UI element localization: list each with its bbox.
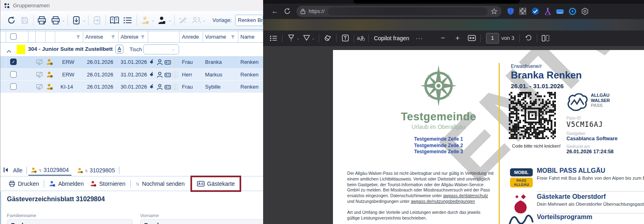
first-page-icon[interactable] [4,167,8,174]
drucken-button[interactable]: Drucken [5,181,42,187]
browser-tabstrip [263,0,644,4]
export-download-button[interactable] [69,14,83,26]
tulip-icon [512,193,529,214]
guest-type: ERW [62,72,74,78]
nutzungsbedingungen-link[interactable]: awpass.de/nutzungsbedingungen [411,199,475,204]
vorteilsprogramm-section: Vorteilsprogramm [537,213,592,221]
tab-31029804[interactable]: ↑↓ 31029804 [28,165,71,176]
magic-wand-button[interactable] [176,14,190,26]
refresh-button[interactable] [4,14,18,26]
nochmal-senden-button[interactable]: ↑↓ Nochmal senden [132,181,188,187]
pdf-viewport[interactable]: ENTWURF Testgemeind [263,46,644,224]
export-dropdown-chevron[interactable]: ⌄ [82,18,86,22]
text-tool-icon[interactable] [339,33,351,43]
person-outline-icon[interactable] [157,72,163,79]
stornieren-button[interactable]: Stornieren [87,181,129,187]
flask-extension-icon[interactable] [545,8,551,15]
familienname-input[interactable]: Renken [7,219,133,224]
copilot-fragen-button[interactable]: Copilot fragen [374,35,409,41]
check-extension-icon[interactable] [532,7,539,15]
tab-alle[interactable]: Alle [11,165,25,176]
table-row[interactable]: KI-14 26.01.2026 30.01.2026 ☛ Frau Sybil… [0,80,264,93]
id-card-icon[interactable] [164,60,171,66]
gaestekarte-button[interactable]: Gästekarte [197,181,235,187]
zoom-out-button[interactable]: − [438,34,448,42]
column-header-name[interactable]: Name [240,34,255,40]
hand-pointer-icon[interactable]: ☛ [148,57,156,65]
awp-logo: ALLGÄU WALSER PASS [566,93,610,112]
filter-icon[interactable] [76,35,80,41]
back-button[interactable]: ← [269,6,281,17]
settings-nut-icon[interactable] [581,8,588,15]
book-button[interactable] [108,14,121,26]
collapse-chevron-icon[interactable] [6,48,11,54]
pixel-extension-icon[interactable] [519,8,526,15]
pen-tool-icon[interactable] [285,33,297,43]
toc-icon[interactable] [268,33,279,43]
person-outline-icon[interactable] [157,84,163,91]
column-header-abreise[interactable]: Abreise [121,34,138,40]
scan-disabled-icon [172,72,178,79]
column-header-anreise[interactable]: Anreise [85,34,103,40]
row-checkbox[interactable] [10,71,17,78]
rotate-icon[interactable] [523,33,534,43]
reload-button[interactable] [281,6,293,17]
guest-person-chevron[interactable]: ⌄ [151,18,154,22]
tab-31029805[interactable]: ↑↓ 31029805 [75,165,117,176]
page-view-icon[interactable] [540,33,551,43]
group-people-chevron[interactable]: ⌄ [203,18,206,22]
id-card-icon[interactable] [164,72,171,78]
eraser-icon[interactable] [322,33,333,43]
person-outline-icon[interactable] [157,59,163,67]
page-number-input[interactable]: 1 [486,33,499,43]
more-options-button[interactable]: ··· [416,35,423,41]
shield-extension-icon[interactable] [507,7,514,15]
send-document-button[interactable] [90,14,104,26]
table-row[interactable]: ERW 26.01.2026 31.01.2026 ☛ Herr Markus … [0,68,264,80]
highlighter-icon[interactable] [301,33,312,43]
list-button[interactable] [121,14,135,26]
filter-icon[interactable] [231,35,235,41]
table-row[interactable]: ✓ ERW 26.01.2026 31.01.2026 ☛ Frau Brank… [0,56,264,68]
column-header-vorname[interactable]: Vorname [205,34,226,40]
print-button[interactable] [49,14,63,26]
address-bar[interactable]: https:// [296,6,501,17]
row-checkbox[interactable] [10,83,17,90]
fit-width-icon[interactable] [466,33,478,43]
read-aloud-icon[interactable]: aあ [357,35,365,42]
panel-extension-icon[interactable] [556,9,564,14]
abmelden-button[interactable]: Abmelden [46,181,87,187]
row-checkbox[interactable]: ✓ [10,59,17,65]
hand-pointer-icon[interactable]: ☛ [148,70,156,78]
gastgeber-label: Gastgeber [566,131,618,136]
save-button[interactable] [18,14,32,26]
filter-icon[interactable] [111,35,115,41]
group-people-button[interactable] [190,14,203,26]
print-check-button[interactable] [35,14,49,26]
auto-letter-icon[interactable] [115,45,123,54]
hand-pointer-icon[interactable]: ☛ [148,82,156,90]
guest-person-button[interactable] [156,14,169,26]
screen: Gruppennamen ⌄ ⌄ [0,0,644,224]
room-group-row[interactable]: 304 - Junior Suite mit Zustellbett Tisch… [0,43,264,56]
pen-dropdown-chevron[interactable]: ⌄ [296,36,300,40]
select-all-checkbox[interactable] [10,33,17,40]
guest-person2-chevron[interactable]: ⌄ [168,18,171,22]
pass-dates: 26.01. - 31.01.2026 [511,83,582,89]
guest-person-disabled-button[interactable] [138,14,152,26]
bookmarks-bar-blurred[interactable] [263,19,644,30]
id-card-icon[interactable] [164,85,171,91]
vorlage-input[interactable]: Renken Bra [235,15,263,26]
highlighter-dropdown-chevron[interactable]: ⌄ [312,36,315,40]
print-dropdown-chevron[interactable]: ⌄ [62,18,65,22]
tisch-dropdown[interactable]: ⌄ [143,44,179,54]
column-header-anrede[interactable]: Anrede [182,34,199,40]
favorite-star-icon[interactable] [491,8,497,15]
vorname-input[interactable]: Branka [140,219,266,224]
ring-extension-icon[interactable] [569,8,576,15]
lock-icon [300,9,305,14]
filter-icon[interactable] [140,35,145,41]
pdf-toolbar: ⌄ ⌄ aあ Copilot fragen ··· − + 1 von 3 [263,30,644,46]
zoom-in-button[interactable]: + [452,34,463,42]
datenschutz-link[interactable]: awpass.de/datenschutz [443,193,488,198]
